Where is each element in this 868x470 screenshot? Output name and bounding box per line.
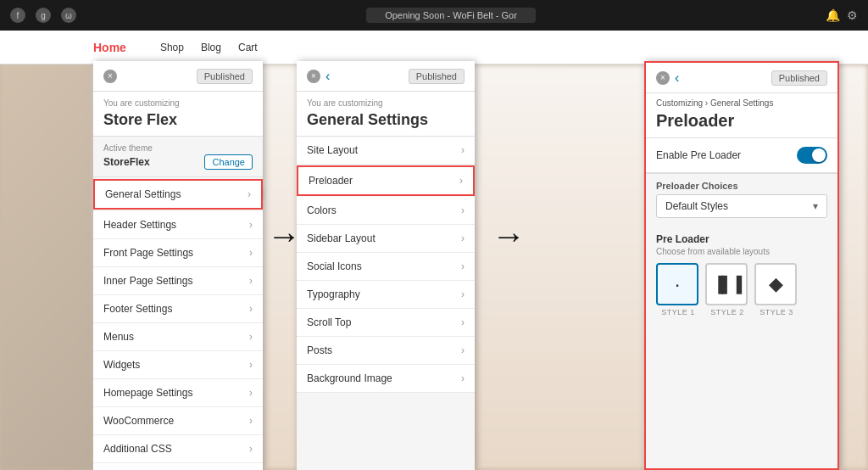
menu-item-social[interactable]: Social Icons › bbox=[297, 253, 475, 281]
style-option-3: ◆ STYLE 3 bbox=[754, 263, 798, 316]
arrow-connector-1: → bbox=[267, 217, 301, 255]
panel1-close[interactable]: × bbox=[103, 70, 117, 83]
panel2-header: × ‹ Published bbox=[297, 61, 475, 92]
menu-item-front-page[interactable]: Front Page Settings › bbox=[93, 239, 263, 267]
customize-icon: ω bbox=[61, 8, 76, 23]
style1-icon: · bbox=[675, 272, 681, 296]
main-area: Home Shop Blog Cart ExploFash Renew your… bbox=[0, 31, 868, 470]
site-nav: Home Shop Blog Cart bbox=[0, 31, 868, 64]
nav-cart[interactable]: Cart bbox=[238, 42, 258, 53]
arrow-icon-1: › bbox=[249, 219, 253, 231]
menu-item-colors[interactable]: Colors › bbox=[297, 197, 475, 225]
enable-preloader-row: Enable Pre Loader bbox=[646, 138, 837, 173]
panel-preloader: × ‹ Published Customizing › General Sett… bbox=[644, 61, 839, 470]
style-box-2[interactable]: ▐▌▐ bbox=[705, 263, 748, 305]
panel1-published: Published bbox=[197, 69, 253, 84]
choices-value: Default Styles bbox=[665, 200, 728, 212]
arrow-icon-5: › bbox=[249, 331, 253, 343]
menu-item-menus[interactable]: Menus › bbox=[93, 323, 263, 351]
menu-item-export-import[interactable]: Export/Import › bbox=[93, 463, 263, 470]
style2-label: STYLE 2 bbox=[705, 308, 749, 316]
arrow-icon-3: › bbox=[249, 275, 253, 287]
panel-store-flex: × Published You are customizing Store Fl… bbox=[93, 61, 263, 470]
arrow-icon-7: › bbox=[249, 387, 253, 399]
menu-item-posts[interactable]: Posts › bbox=[297, 337, 475, 365]
top-bar: f g ω Opening Soon - WoFi Belt - Gor 🔔 ⚙ bbox=[0, 0, 868, 31]
preloader-subtitle: Choose from available layouts bbox=[656, 247, 827, 256]
panel3-header: × ‹ Published bbox=[646, 63, 837, 93]
arrow-icon-sb: › bbox=[461, 232, 465, 244]
notification-icon[interactable]: 🔔 bbox=[826, 8, 840, 22]
menu-item-sidebar[interactable]: Sidebar Layout › bbox=[297, 225, 475, 253]
menu-item-footer[interactable]: Footer Settings › bbox=[93, 295, 263, 323]
arrow-icon-col: › bbox=[461, 204, 465, 216]
panel1-subtitle: You are customizing bbox=[103, 98, 253, 108]
arrow-icon-bi: › bbox=[461, 372, 465, 384]
panel1-theme-section: Active theme StoreFlex Change bbox=[93, 137, 263, 177]
panel2-close[interactable]: × bbox=[307, 70, 320, 83]
nav-shop[interactable]: Shop bbox=[160, 42, 184, 53]
panel1-title: Store Flex bbox=[103, 108, 253, 136]
panel2-title: General Settings bbox=[307, 108, 465, 136]
toggle-label: Enable Pre Loader bbox=[656, 149, 741, 161]
arrow-icon-4: › bbox=[249, 303, 253, 315]
wp-icon: f bbox=[10, 8, 25, 23]
url-bar: Opening Soon - WoFi Belt - Gor bbox=[86, 8, 815, 23]
menu-item-additional-css[interactable]: Additional CSS › bbox=[93, 435, 263, 463]
style-option-1: · STYLE 1 bbox=[656, 263, 700, 316]
active-theme-value: StoreFlex bbox=[103, 156, 150, 168]
menu-item-preloader[interactable]: Preloader › bbox=[297, 165, 475, 196]
change-theme-button[interactable]: Change bbox=[204, 154, 253, 170]
arrow-icon-st: › bbox=[461, 316, 465, 328]
menu-item-site-layout[interactable]: Site Layout › bbox=[297, 137, 475, 165]
chevron-down-icon: ▾ bbox=[813, 200, 818, 212]
arrow-icon-ty: › bbox=[461, 288, 465, 300]
arrow-icon-po: › bbox=[461, 344, 465, 356]
panel2-back[interactable]: ‹ bbox=[326, 69, 330, 84]
panel1-menu: General Settings › Header Settings › Fro… bbox=[93, 177, 263, 470]
panel2-subtitle: You are customizing bbox=[307, 98, 465, 108]
style1-label: STYLE 1 bbox=[656, 308, 700, 316]
menu-item-scroll-top[interactable]: Scroll Top › bbox=[297, 309, 475, 337]
arrow-icon-sl: › bbox=[461, 144, 465, 156]
panel2-menu: Site Layout › Preloader › Colors › Sideb… bbox=[297, 137, 475, 470]
arrow-connector-2: → bbox=[492, 217, 526, 255]
site-icon: g bbox=[36, 8, 51, 23]
style-option-2: ▐▌▐ STYLE 2 bbox=[705, 263, 749, 316]
panel3-back[interactable]: ‹ bbox=[675, 70, 679, 86]
arrow-icon-0: › bbox=[248, 188, 251, 200]
nav-blog[interactable]: Blog bbox=[201, 42, 221, 53]
settings-icon[interactable]: ⚙ bbox=[847, 8, 858, 22]
menu-item-homepage[interactable]: Homepage Settings › bbox=[93, 379, 263, 407]
arrow-icon-6: › bbox=[249, 359, 253, 371]
style-box-1[interactable]: · bbox=[656, 263, 698, 305]
panel2-published: Published bbox=[409, 69, 465, 84]
menu-item-widgets[interactable]: Widgets › bbox=[93, 351, 263, 379]
style2-icon: ▐▌▐ bbox=[713, 276, 740, 294]
toggle-switch[interactable] bbox=[797, 147, 827, 164]
arrow-icon-9: › bbox=[249, 443, 253, 455]
arrow-icon-2: › bbox=[249, 247, 253, 259]
top-bar-actions: 🔔 ⚙ bbox=[826, 8, 858, 22]
menu-item-typography[interactable]: Typography › bbox=[297, 281, 475, 309]
panel3-title: Preloader bbox=[656, 108, 827, 137]
arrow-icon-pl: › bbox=[459, 175, 463, 187]
url-text: Opening Soon - WoFi Belt - Gor bbox=[366, 8, 536, 23]
menu-item-header-settings[interactable]: Header Settings › bbox=[93, 211, 263, 239]
arrow-icon-si: › bbox=[461, 260, 465, 272]
style-box-3[interactable]: ◆ bbox=[754, 263, 797, 305]
arrow-icon-8: › bbox=[249, 415, 253, 427]
menu-item-woocommerce[interactable]: WooCommerce › bbox=[93, 407, 263, 435]
panel-general-settings: × ‹ Published You are customizing Genera… bbox=[297, 61, 475, 470]
panel1-header: × Published bbox=[93, 61, 263, 92]
style3-label: STYLE 3 bbox=[754, 308, 798, 316]
choices-label: Preloader Choices bbox=[646, 174, 837, 194]
style3-icon: ◆ bbox=[769, 273, 783, 295]
style-options: · STYLE 1 ▐▌▐ STYLE 2 ◆ STY bbox=[656, 263, 827, 316]
menu-item-inner-page[interactable]: Inner Page Settings › bbox=[93, 267, 263, 295]
panel3-close[interactable]: × bbox=[656, 71, 670, 85]
menu-item-bg-image[interactable]: Background Image › bbox=[297, 365, 475, 393]
site-logo: Home bbox=[93, 41, 126, 54]
choices-dropdown[interactable]: Default Styles ▾ bbox=[656, 194, 827, 218]
menu-item-general-settings[interactable]: General Settings › bbox=[93, 179, 263, 210]
